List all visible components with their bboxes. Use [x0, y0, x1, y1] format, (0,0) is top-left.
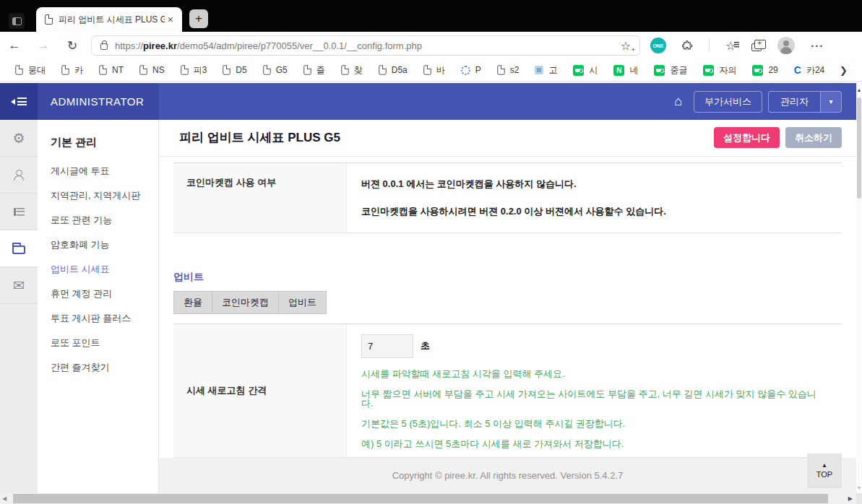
page-icon [263, 65, 270, 74]
coinmarketcap-row: 코인마켓캡 사용 여부 버젼 0.0.1 에서는 코인마켓캡을 사용하지 않습니… [173, 162, 842, 233]
back-icon[interactable]: ← [0, 38, 29, 53]
sidebar-item-crypto[interactable]: 암호화폐 기능 [51, 238, 158, 251]
row-label: 시세 새로고침 간격 [173, 324, 347, 457]
add-favorite-icon[interactable]: ☆ [616, 39, 635, 53]
page-title: 피리 업비트 시세표 PLUS G5 [179, 129, 708, 146]
scroll-right-icon[interactable]: ▶ [848, 495, 853, 502]
cancel-button[interactable]: 취소하기 [785, 127, 842, 148]
extra-service-button[interactable]: 부가서비스 [694, 91, 762, 113]
home-icon[interactable]: ⌂ [674, 94, 682, 109]
scroll-up-icon[interactable]: ▲ [856, 87, 862, 92]
horizontal-scrollbar[interactable]: ◀ ▶ [0, 493, 862, 504]
section-title: 업비트 [173, 271, 842, 284]
settings-more-icon[interactable]: ··· [811, 40, 824, 52]
tab-exchange-rate[interactable]: 환율 [173, 291, 212, 314]
site-icon [535, 66, 543, 74]
one-extension-icon[interactable]: ONE [650, 38, 666, 53]
app-body: ⚙ ✉ 기본 관리 게시글에 투표 지역관리, 지역게시판 로또 관련 기능 암… [0, 120, 856, 493]
bookmarks-overflow-icon[interactable]: ❯ [840, 65, 858, 76]
refresh-input-row: 초 [361, 334, 827, 358]
vertical-scroll-thumb[interactable] [857, 97, 861, 199]
new-tab-button[interactable]: + [189, 9, 208, 28]
toolbar-divider [709, 39, 710, 52]
favorites-icon[interactable]: ☆ [725, 39, 736, 53]
row-value: 초 시세를 파악할때 새로고침 시각을 입력해 주세요. 너무 짧으면 서버에 … [347, 324, 842, 457]
bookmark-item[interactable]: NS [132, 61, 173, 79]
sidebar-icon-settings[interactable]: ⚙ [0, 120, 38, 157]
workspaces-icon [12, 17, 22, 25]
sidebar-item-dormant-accounts[interactable]: 휴먼 계정 관리 [51, 287, 158, 300]
info-line: 버젼 0.0.1 에서는 코인마켓캡을 사용하지 않습니다. [361, 178, 827, 191]
bookmark-item[interactable]: 바 [415, 61, 453, 79]
sidebar-icon-plugins[interactable] [0, 230, 38, 267]
page-icon [497, 65, 504, 74]
cafe-icon [654, 65, 665, 76]
extensions-icon[interactable] [682, 40, 693, 51]
page-icon [139, 65, 147, 74]
bookmark-item[interactable]: 29 [744, 61, 785, 79]
tab-upbit[interactable]: 업비트 [278, 291, 327, 314]
chevron-down-icon[interactable]: ▾ [820, 91, 842, 113]
url-field[interactable]: https://piree.kr/demo54/adm/piree/p77005… [91, 35, 640, 56]
bookmark-item[interactable]: C카24 [786, 61, 832, 79]
cafe-icon [703, 65, 714, 76]
admin-menu-button[interactable]: 관리자 ▾ [768, 91, 842, 113]
scroll-to-top-button[interactable]: ▲ TOP [807, 453, 842, 488]
refresh-interval-input[interactable] [361, 334, 413, 358]
sidebar-icon-strip: ⚙ ✉ [0, 120, 38, 493]
bookmark-item[interactable]: 피3 [173, 61, 215, 79]
sidebar-icon-boards[interactable] [0, 194, 38, 230]
bookmark-item[interactable]: G5 [255, 61, 296, 79]
tab-coinmarketcap[interactable]: 코인마켓캡 [212, 291, 279, 314]
sidebar-item-upbit-ticker[interactable]: 업비트 시세표 [51, 262, 158, 276]
sidebar-item-lotto-points[interactable]: 로또 포인트 [51, 336, 158, 349]
sidebar-item-vote-board-plus[interactable]: 투표 게시판 플러스 [51, 311, 158, 325]
hint-line: 너무 짧으면 서버에 부담을 주고 시세 가져오는 사이트에도 부담을 주고, … [361, 389, 827, 408]
refresh-icon[interactable]: ↻ [58, 38, 87, 53]
scroll-left-icon[interactable]: ◀ [2, 495, 7, 502]
bookmark-item[interactable]: D5 [215, 61, 254, 79]
tab-close-icon[interactable]: × [165, 14, 176, 25]
bookmarks-bar: 뭉대 카 NT NS 피3 D5 G5 즐 찾 D5a 바 P s2 고 시 N… [0, 59, 862, 82]
tab-workspaces-button[interactable] [9, 13, 25, 29]
page-icon [45, 14, 53, 25]
cafe-icon [573, 65, 584, 76]
admin-label[interactable]: 관리자 [768, 91, 820, 113]
bookmark-item[interactable]: P [453, 61, 489, 79]
bookmark-item[interactable]: 시 [565, 61, 605, 79]
sidebar-item-quick-favorites[interactable]: 간편 즐겨찾기 [51, 360, 158, 374]
browser-tab[interactable]: 피리 업비트 시세표 PLUS G5 | 피 × [36, 7, 182, 32]
scroll-down-icon[interactable]: ▼ [856, 485, 862, 490]
page-icon [223, 65, 230, 74]
submit-button[interactable]: 설정합니다 [714, 127, 780, 148]
browser-titlebar: 피리 업비트 시세표 PLUS G5 | 피 × + [0, 0, 862, 32]
collections-icon[interactable] [751, 43, 762, 51]
bookmark-item[interactable]: 뭉대 [7, 61, 53, 79]
horizontal-scroll-thumb[interactable] [13, 494, 828, 503]
bookmark-item[interactable]: D5a [371, 61, 415, 79]
folder-icon [12, 246, 25, 254]
bookmark-item[interactable]: 자의 [695, 61, 744, 79]
gear-icon: ⚙ [12, 130, 25, 147]
bookmark-item[interactable]: 카 [53, 61, 91, 79]
profile-avatar[interactable] [777, 37, 795, 54]
bookmark-item[interactable]: s2 [489, 61, 527, 79]
sidebar-item-region[interactable]: 지역관리, 지역게시판 [51, 188, 158, 202]
sidebar-collapse-button[interactable] [0, 83, 38, 120]
person-icon [13, 170, 25, 180]
sidebar-icon-users[interactable] [0, 157, 38, 194]
sidebar-item-vote-post[interactable]: 게시글에 투표 [51, 164, 158, 178]
bookmark-item[interactable]: 중글 [646, 61, 695, 79]
bookmark-item[interactable]: 찾 [333, 61, 371, 79]
bookmark-item[interactable]: N네 [605, 61, 646, 79]
page-footer: Copyright © piree.kr. All rights reserve… [159, 458, 856, 494]
list-icon [14, 208, 25, 216]
bookmark-item[interactable]: NT [91, 61, 132, 79]
bookmark-item[interactable]: 고 [527, 61, 565, 79]
vertical-scrollbar[interactable]: ▲ ▼ [856, 83, 862, 493]
sidebar-item-lotto-features[interactable]: 로또 관련 기능 [51, 213, 158, 227]
sidebar-icon-mail[interactable]: ✉ [0, 267, 38, 304]
bookmark-item[interactable]: 즐 [296, 61, 333, 79]
hint-line: 기본값은 5 (5초)입니다. 최소 5 이상 입력해 주시길 권장합니다. [361, 419, 827, 428]
content-scroll: 코인마켓캡 사용 여부 버젼 0.0.1 에서는 코인마켓캡을 사용하지 않습니… [159, 157, 856, 458]
